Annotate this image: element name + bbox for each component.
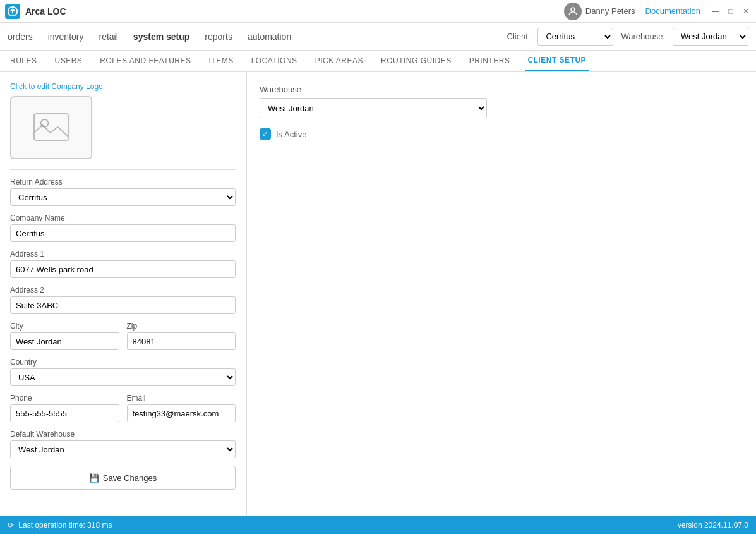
sub-nav-locations[interactable]: LOCATIONS <box>249 51 300 70</box>
company-name-group: Company Name <box>10 214 236 242</box>
phone-email-row: Phone Email <box>10 394 236 430</box>
nav-items: orders inventory retail system setup rep… <box>8 29 291 44</box>
sub-nav-pick-areas[interactable]: PICK AREAS <box>313 51 366 70</box>
city-group: City <box>10 322 119 350</box>
address2-group: Address 2 <box>10 286 236 314</box>
svg-point-1 <box>571 8 575 11</box>
sub-nav-users[interactable]: USERS <box>52 51 85 70</box>
city-input[interactable] <box>10 332 119 350</box>
zip-input[interactable] <box>127 332 236 350</box>
user-name: Danny Peters <box>585 6 635 16</box>
title-bar-right: Danny Peters Documentation — □ ✕ <box>564 3 751 20</box>
is-active-checkbox[interactable]: ✓ <box>260 128 271 140</box>
email-group: Email <box>127 394 236 422</box>
company-name-label: Company Name <box>10 214 236 222</box>
warehouse-label: Warehouse: <box>621 32 665 41</box>
sub-nav-printers[interactable]: PRINTERS <box>467 51 513 70</box>
nav-orders[interactable]: orders <box>8 29 33 44</box>
warehouse-section: Warehouse West Jordan <box>260 85 743 118</box>
phone-label: Phone <box>10 394 119 403</box>
zip-group: Zip <box>127 322 236 350</box>
sub-nav-rules[interactable]: RULES <box>8 51 40 70</box>
save-btn-label: Save Changes <box>103 473 157 483</box>
app-icon <box>5 4 20 19</box>
main-content: Click to edit Company Logo: Return Addre… <box>0 72 756 516</box>
right-warehouse-label: Warehouse <box>260 85 743 94</box>
warehouse-select[interactable]: West Jordan <box>673 28 748 46</box>
left-panel: Click to edit Company Logo: Return Addre… <box>0 72 246 516</box>
divider <box>10 169 236 170</box>
maximize-button[interactable]: □ <box>726 6 736 16</box>
address1-input[interactable] <box>10 260 236 278</box>
click-to-edit-logo[interactable]: Click to edit Company Logo: <box>10 82 236 91</box>
logo-placeholder[interactable] <box>10 96 92 159</box>
save-icon: 💾 <box>89 473 99 483</box>
status-left: ⟳ Last operation time: 318 ms <box>8 521 112 530</box>
return-address-label: Return Address <box>10 178 236 186</box>
company-name-input[interactable] <box>10 224 236 242</box>
user-avatar <box>564 3 582 20</box>
return-address-select[interactable]: Cerritus <box>10 188 236 206</box>
is-active-label: Is Active <box>276 130 306 139</box>
address1-group: Address 1 <box>10 250 236 278</box>
save-changes-button[interactable]: 💾 Save Changes <box>10 466 236 490</box>
doc-link[interactable]: Documentation <box>645 6 700 16</box>
default-warehouse-select[interactable]: West Jordan <box>10 440 236 458</box>
client-label: Client: <box>507 32 531 41</box>
return-address-group: Return Address Cerritus <box>10 178 236 206</box>
nav-bar: orders inventory retail system setup rep… <box>0 23 756 51</box>
sub-nav: RULES USERS ROLES AND FEATURES ITEMS LOC… <box>0 51 756 72</box>
nav-retail[interactable]: retail <box>99 29 118 44</box>
phone-input[interactable] <box>10 404 119 422</box>
svg-rect-2 <box>34 114 68 140</box>
status-text: Last operation time: 318 ms <box>18 521 112 530</box>
phone-group: Phone <box>10 394 119 422</box>
spinner-icon: ⟳ <box>8 521 14 530</box>
minimize-button[interactable]: — <box>711 6 721 16</box>
nav-system-setup[interactable]: system setup <box>133 29 189 44</box>
email-input[interactable] <box>127 404 236 422</box>
app-title: Arca LOC <box>25 6 66 16</box>
address2-input[interactable] <box>10 296 236 314</box>
image-icon <box>32 108 70 148</box>
nav-reports[interactable]: reports <box>205 29 232 44</box>
window-controls: — □ ✕ <box>711 6 751 16</box>
sub-nav-items[interactable]: ITEMS <box>207 51 236 70</box>
country-select[interactable]: USA <box>10 368 236 386</box>
city-zip-row: City Zip <box>10 322 236 358</box>
country-group: Country USA <box>10 358 236 386</box>
right-warehouse-select[interactable]: West Jordan <box>260 98 487 118</box>
email-label: Email <box>127 394 236 403</box>
country-label: Country <box>10 358 236 367</box>
sub-nav-roles[interactable]: ROLES AND FEATURES <box>97 51 193 70</box>
title-bar-left: Arca LOC <box>5 4 66 19</box>
user-section: Danny Peters <box>564 3 635 20</box>
nav-inventory[interactable]: inventory <box>48 29 84 44</box>
status-bar: ⟳ Last operation time: 318 ms version 20… <box>0 516 756 534</box>
right-panel: Warehouse West Jordan ✓ Is Active <box>247 72 756 516</box>
sub-nav-routing-guides[interactable]: ROUTING GUIDES <box>378 51 454 70</box>
address1-label: Address 1 <box>10 250 236 258</box>
close-button[interactable]: ✕ <box>741 6 751 16</box>
default-warehouse-group: Default Warehouse West Jordan <box>10 430 236 458</box>
sub-nav-client-setup[interactable]: CLIENT SETUP <box>525 51 589 71</box>
client-select[interactable]: Cerritus <box>537 28 613 46</box>
is-active-row: ✓ Is Active <box>260 128 743 140</box>
zip-label: Zip <box>127 322 236 331</box>
title-bar: Arca LOC Danny Peters Documentation — □ … <box>0 0 756 23</box>
nav-right: Client: Cerritus Warehouse: West Jordan <box>507 28 748 46</box>
city-label: City <box>10 322 119 331</box>
default-warehouse-label: Default Warehouse <box>10 430 236 439</box>
nav-automation[interactable]: automation <box>248 29 291 44</box>
address2-label: Address 2 <box>10 286 236 294</box>
version-text: version 2024.11.07.0 <box>678 521 748 530</box>
